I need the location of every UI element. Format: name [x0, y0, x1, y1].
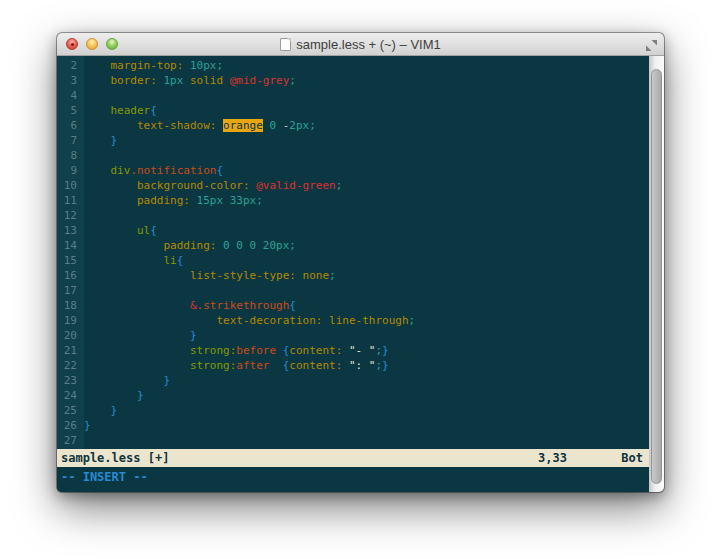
syntax-token: before — [236, 344, 276, 357]
syntax-token: ; — [336, 179, 343, 192]
syntax-token: ; — [216, 59, 223, 72]
window-body: 2 margin-top: 10px;3 border: 1px solid @… — [57, 56, 664, 492]
syntax-token — [84, 269, 190, 282]
scrollbar-thumb[interactable] — [651, 69, 662, 484]
code-text: background-color: @valid-green; — [84, 178, 649, 193]
syntax-token — [84, 134, 111, 147]
code-text: } — [84, 373, 649, 388]
code-text — [84, 283, 649, 298]
syntax-token: @valid-green — [256, 179, 335, 192]
search-highlight: orange — [223, 119, 263, 132]
line-number: 11 — [57, 193, 84, 208]
syntax-token: } — [382, 344, 389, 357]
syntax-token: { — [289, 299, 296, 312]
code-line: 19 text-decoration: line-through; — [57, 313, 649, 328]
syntax-token — [84, 344, 190, 357]
syntax-token: } — [382, 359, 389, 372]
code-line: 22 strong:after {content: ": ";} — [57, 358, 649, 373]
code-line: 6 text-shadow: orange 0 -2px; — [57, 118, 649, 133]
line-number: 21 — [57, 343, 84, 358]
line-number: 3 — [57, 73, 84, 88]
code-text: &.strikethrough{ — [84, 298, 649, 313]
syntax-token — [84, 104, 111, 117]
editor[interactable]: 2 margin-top: 10px;3 border: 1px solid @… — [57, 56, 649, 449]
titlebar[interactable]: sample.less + (~) – VIM1 — [57, 33, 664, 56]
syntax-token: background-color: — [137, 179, 250, 192]
code-text: border: 1px solid @mid-grey; — [84, 73, 649, 88]
scrollbar[interactable] — [649, 56, 664, 492]
line-number: 26 — [57, 418, 84, 433]
syntax-token — [84, 404, 111, 417]
fullscreen-icon[interactable] — [645, 38, 658, 51]
line-number: 2 — [57, 58, 84, 73]
line-number: 9 — [57, 163, 84, 178]
syntax-token: margin-top: — [111, 59, 184, 72]
syntax-token: li — [163, 254, 176, 267]
code-text: } — [84, 388, 649, 403]
code-line: 7 } — [57, 133, 649, 148]
syntax-token: } — [111, 404, 118, 417]
code-text: } — [84, 418, 649, 433]
minimize-button[interactable] — [86, 38, 98, 50]
line-number: 12 — [57, 208, 84, 223]
code-line: 15 li{ — [57, 253, 649, 268]
syntax-token — [84, 314, 216, 327]
code-text: padding: 0 0 0 20px; — [84, 238, 649, 253]
document-proxy-icon[interactable] — [280, 38, 291, 51]
status-filename: sample.less [+] — [61, 451, 169, 465]
syntax-token: border: — [111, 74, 157, 87]
syntax-token — [84, 224, 137, 237]
window-controls — [66, 33, 118, 55]
scroll-position: Bot — [621, 451, 643, 465]
code-text: div.notification{ — [84, 163, 649, 178]
vim-pane: 2 margin-top: 10px;3 border: 1px solid @… — [57, 56, 649, 492]
unsaved-indicator-dot — [71, 43, 74, 46]
syntax-token — [223, 74, 230, 87]
code-text: } — [84, 403, 649, 418]
code-text: text-decoration: line-through; — [84, 313, 649, 328]
line-number: 27 — [57, 433, 84, 448]
code-line: 17 — [57, 283, 649, 298]
syntax-token — [84, 179, 137, 192]
code-text: strong:after {content: ": ";} — [84, 358, 649, 373]
line-number: 19 — [57, 313, 84, 328]
syntax-token: 0 0 0 20px — [223, 239, 289, 252]
syntax-token — [84, 389, 137, 402]
syntax-token: ; — [309, 119, 316, 132]
syntax-token: ": " — [349, 359, 376, 372]
syntax-token: text-shadow: — [137, 119, 216, 132]
code-line: 12 — [57, 208, 649, 223]
zoom-button[interactable] — [106, 38, 118, 50]
syntax-token: ; — [256, 194, 263, 207]
syntax-token — [84, 254, 163, 267]
cursor-position: 3,33 — [538, 451, 567, 465]
syntax-token: .strikethrough — [197, 299, 290, 312]
code-text: margin-top: 10px; — [84, 58, 649, 73]
code-line: 18 &.strikethrough{ — [57, 298, 649, 313]
line-number: 13 — [57, 223, 84, 238]
code-line: 3 border: 1px solid @mid-grey; — [57, 73, 649, 88]
code-line: 21 strong:before {content: "- ";} — [57, 343, 649, 358]
syntax-token: list-style-type: — [190, 269, 296, 282]
syntax-token — [190, 194, 197, 207]
syntax-token: ; — [329, 269, 336, 282]
code-text: padding: 15px 33px; — [84, 193, 649, 208]
syntax-token: .notification — [130, 164, 216, 177]
window-title: sample.less + (~) – VIM1 — [296, 37, 441, 52]
syntax-token: content: — [289, 359, 342, 372]
line-number: 15 — [57, 253, 84, 268]
syntax-token: ; — [289, 74, 296, 87]
syntax-token: padding: — [163, 239, 216, 252]
syntax-token — [183, 74, 190, 87]
code-line: 27 — [57, 433, 649, 448]
syntax-token: div — [111, 164, 131, 177]
code-line: 26} — [57, 418, 649, 433]
insert-mode-label: -- INSERT -- — [61, 470, 148, 484]
syntax-token — [269, 359, 282, 372]
syntax-token: & — [190, 299, 197, 312]
syntax-token: strong — [190, 344, 230, 357]
close-button[interactable] — [66, 38, 78, 50]
syntax-token: strong — [190, 359, 230, 372]
line-number: 10 — [57, 178, 84, 193]
syntax-token — [84, 119, 137, 132]
